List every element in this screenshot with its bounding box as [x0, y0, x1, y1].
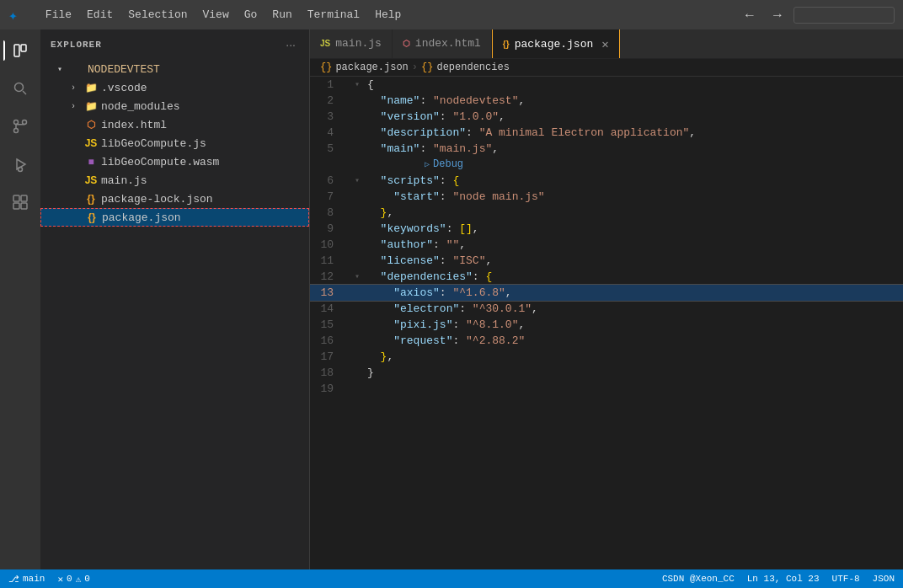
line-number-12: 12: [310, 269, 350, 285]
svg-line-3: [23, 91, 26, 94]
tab-index-html-icon: ⬡: [403, 39, 410, 48]
line-content-8: },: [364, 205, 903, 221]
line-content-16: "request": "^2.88.2": [364, 333, 903, 349]
code-editor[interactable]: 1 ▾ { 2 "name": "nodedevtest", 3 "versio…: [310, 77, 903, 569]
libgeocompute-wasm-icon: ■: [84, 155, 98, 168]
sidebar-more-button[interactable]: ···: [282, 36, 299, 53]
svg-rect-1: [21, 45, 26, 51]
menu-help[interactable]: Help: [368, 5, 408, 24]
tab-package-json-label: package.json: [515, 38, 594, 51]
explorer-activity-icon[interactable]: [3, 34, 37, 67]
line-number-8: 8: [310, 205, 350, 221]
error-icon: ✕: [57, 574, 63, 585]
menu-go[interactable]: Go: [238, 5, 264, 24]
code-line-12: 12 ▾ "dependencies": {: [310, 269, 903, 285]
warning-icon: ⚠: [76, 574, 82, 585]
tab-package-json[interactable]: {} package.json ✕: [492, 29, 620, 58]
tree-item-libgeocompute-wasm[interactable]: ■ libGeoCompute.wasm: [40, 152, 309, 171]
status-language[interactable]: JSON: [873, 574, 895, 584]
line-number-9: 9: [310, 221, 350, 237]
editor-area: JS main.js ⬡ index.html {} package.json …: [310, 29, 903, 569]
tree-item-main-js[interactable]: JS main.js: [40, 171, 309, 190]
main-js-name: main.js: [101, 174, 147, 187]
tab-main-js-label: main.js: [335, 37, 382, 50]
line-content-1: {: [364, 77, 903, 93]
sidebar-header: EXPLORER ···: [40, 29, 309, 60]
line-content-5: "main": "main.js",: [364, 141, 903, 157]
line-number-2: 2: [310, 93, 350, 109]
vscode-arrow-icon: ›: [71, 83, 81, 93]
breadcrumb-separator: ›: [412, 61, 418, 73]
vscode-folder-name: .vscode: [101, 82, 147, 94]
status-errors[interactable]: ✕ 0 ⚠ 0: [57, 574, 89, 585]
back-button[interactable]: ←: [738, 6, 761, 24]
debug-link[interactable]: ▷ Debug: [421, 157, 903, 173]
debug-label[interactable]: Debug: [433, 157, 463, 173]
extensions-activity-icon[interactable]: [3, 185, 37, 219]
line-content-15: "pixi.js": "^8.1.0",: [364, 317, 903, 333]
menu-terminal[interactable]: Terminal: [301, 5, 366, 24]
line-number-10: 10: [310, 237, 350, 253]
code-line-16: 16 "request": "^2.88.2": [310, 333, 903, 349]
tab-main-js[interactable]: JS main.js: [310, 29, 393, 58]
breadcrumb-item-1[interactable]: package.json: [335, 61, 408, 73]
code-line-6: 6 ▾ "scripts": {: [310, 173, 903, 189]
status-watermark: CSDN @Xeon_CC: [662, 574, 735, 584]
git-branch-icon: ⎇: [8, 574, 19, 585]
svg-point-8: [19, 168, 23, 172]
tab-main-js-icon: JS: [320, 39, 330, 48]
tab-package-json-close-icon[interactable]: ✕: [601, 37, 608, 51]
tree-item-package-json[interactable]: {} package.json: [40, 208, 309, 227]
tree-item-root[interactable]: ▾ NODEDEVTEST: [40, 60, 309, 78]
menu-run[interactable]: Run: [265, 5, 298, 24]
svg-rect-10: [21, 195, 27, 201]
svg-rect-11: [13, 203, 19, 209]
status-encoding[interactable]: UTF-8: [832, 574, 860, 584]
svg-point-6: [14, 129, 19, 133]
menu-edit[interactable]: Edit: [80, 5, 120, 24]
libgeocompute-js-name: libGeoCompute.js: [101, 137, 206, 150]
breadcrumb-item-2[interactable]: dependencies: [436, 61, 509, 73]
status-git[interactable]: ⎇ main: [8, 574, 45, 585]
titlebar: ✦ File Edit Selection View Go Run Termin…: [0, 0, 903, 29]
line-content-4: "description": "A minimal Electron appli…: [364, 125, 903, 141]
source-control-activity-icon[interactable]: [3, 110, 37, 143]
debug-triangle-icon: ▷: [425, 157, 430, 173]
fold-icon-12[interactable]: ▾: [350, 269, 364, 285]
package-lock-icon: {}: [84, 192, 98, 206]
package-json-name: package.json: [102, 211, 181, 224]
status-right: CSDN @Xeon_CC Ln 13, Col 23 UTF-8 JSON: [662, 574, 895, 584]
menu-view[interactable]: View: [196, 5, 236, 24]
breadcrumb: {} package.json › {} dependencies: [310, 59, 903, 77]
tree-item-vscode[interactable]: › 📁 .vscode: [40, 78, 309, 97]
line-content-13: "axios": "^1.6.8",: [364, 285, 903, 301]
menu-file[interactable]: File: [39, 5, 78, 24]
vscode-logo-icon: ✦: [8, 6, 18, 24]
tab-index-html[interactable]: ⬡ index.html: [393, 29, 492, 58]
fold-icon-6[interactable]: ▾: [350, 173, 364, 189]
search-activity-icon[interactable]: [3, 72, 37, 105]
fold-icon-1[interactable]: ▾: [350, 77, 364, 93]
line-content-3: "version": "1.0.0",: [364, 109, 903, 125]
sidebar: EXPLORER ··· ▾ NODEDEVTEST › 📁 .vscode ›…: [40, 29, 310, 569]
line-number-13: 13: [310, 285, 350, 301]
line-number-11: 11: [310, 253, 350, 269]
line-number-6: 6: [310, 173, 350, 189]
vscode-folder-icon: 📁: [84, 81, 98, 94]
forward-button[interactable]: →: [766, 6, 789, 24]
search-input[interactable]: [793, 7, 895, 24]
tree-item-package-lock-json[interactable]: {} package-lock.json: [40, 190, 309, 208]
run-debug-activity-icon[interactable]: [3, 147, 37, 181]
tree-item-index-html[interactable]: ⬡ index.html: [40, 115, 309, 134]
svg-point-5: [23, 120, 27, 125]
code-line-14: 14 "electron": "^30.0.1",: [310, 301, 903, 317]
tree-item-node-modules[interactable]: › 📁 node_modules: [40, 97, 309, 115]
tree-item-libgeocompute-js[interactable]: JS libGeoCompute.js: [40, 134, 309, 152]
menu-selection[interactable]: Selection: [121, 5, 194, 24]
line-number-14: 14: [310, 301, 350, 317]
svg-point-4: [14, 120, 19, 125]
line-content-17: },: [364, 349, 903, 365]
line-content-10: "author": "",: [364, 237, 903, 253]
status-cursor[interactable]: Ln 13, Col 23: [747, 574, 820, 584]
status-bar: ⎇ main ✕ 0 ⚠ 0 CSDN @Xeon_CC Ln 13, Col …: [0, 569, 903, 588]
